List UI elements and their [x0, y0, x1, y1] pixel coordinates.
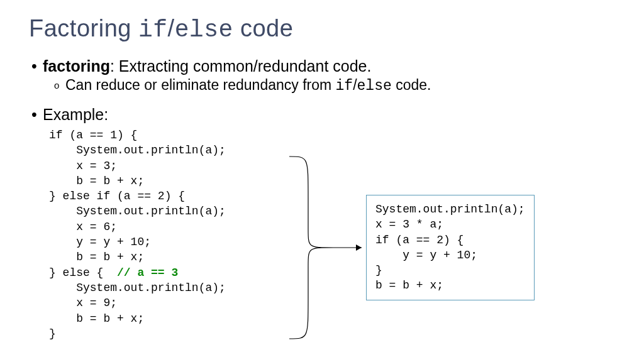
code-line: if (a == 1) { [49, 129, 137, 141]
example-text: Example: [43, 106, 108, 124]
sub-bullet-text: Can reduce or eliminate redundancy from … [65, 77, 431, 94]
title-part2: code [233, 15, 293, 41]
bullet-ring-icon: o [54, 77, 65, 94]
code-comment: // a == 3 [117, 266, 178, 279]
term-factoring: factoring [43, 57, 110, 75]
code-line: x = 6; [49, 221, 117, 233]
code-line: b = b + x; [49, 175, 144, 187]
right-code-box: System.out.println(a); x = 3 * a; if (a … [366, 195, 535, 300]
left-code-block: if (a == 1) { System.out.println(a); x =… [49, 128, 226, 341]
example-label: • Example: [31, 106, 615, 124]
title-slash: / [168, 15, 175, 41]
brace-arrow-icon [270, 153, 365, 348]
code-line: System.out.println(a); [49, 282, 226, 294]
code-line: } else { [49, 266, 117, 279]
sub-part1: Can reduce or eliminate redundancy from [65, 77, 336, 93]
bullet-text: factoring: Extracting common/redundant c… [43, 57, 371, 75]
code-line: y = y + 10; [49, 236, 151, 248]
bullet-dot-icon: • [31, 106, 43, 124]
bullet-rest: : Extracting common/redundant code. [110, 57, 372, 75]
code-line: System.out.println(a); [49, 205, 226, 217]
title-part1: Factoring [29, 15, 138, 41]
code-line: x = 3; [49, 160, 117, 172]
slide: Factoring if/else code • factoring: Extr… [0, 0, 644, 362]
svg-marker-1 [356, 244, 362, 251]
bullet-factoring: • factoring: Extracting common/redundant… [31, 57, 615, 75]
right-code-text: System.out.println(a); x = 3 * a; if (a … [375, 203, 525, 292]
sub-part2: code. [392, 77, 431, 93]
slide-title: Factoring if/else code [29, 15, 615, 43]
title-mono-else: else [175, 16, 233, 43]
code-line: } [49, 327, 56, 340]
sub-mono-if: if [336, 78, 353, 94]
code-line: } else if (a == 2) { [49, 190, 185, 202]
sub-bullet: o Can reduce or eliminate redundancy fro… [54, 77, 615, 94]
code-line: x = 9; [49, 297, 117, 309]
code-line: System.out.println(a); [49, 144, 226, 156]
sub-mono-else: else [357, 78, 392, 94]
code-line: b = b + x; [49, 251, 144, 263]
bullet-dot-icon: • [31, 57, 43, 75]
code-line: b = b + x; [49, 312, 144, 325]
title-mono-if: if [138, 16, 168, 43]
